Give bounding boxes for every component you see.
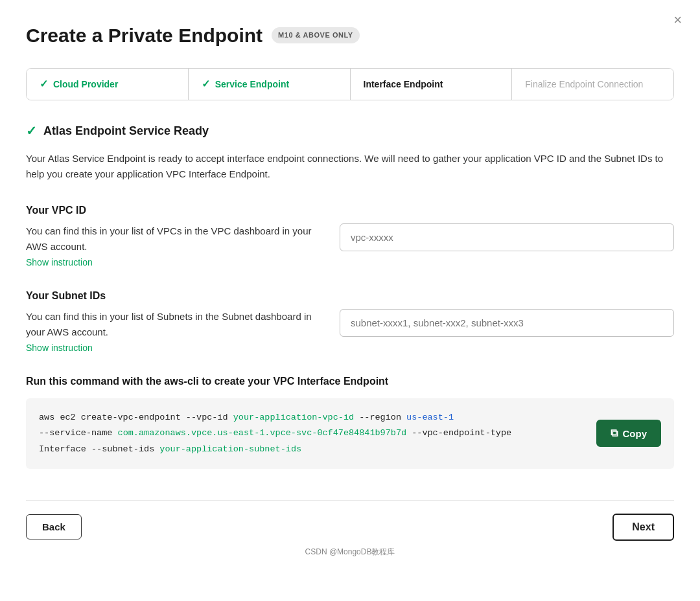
code-part-4: us-east-1 — [406, 413, 454, 422]
code-part-1: aws ec2 create-vpc-endpoint --vpc-id — [39, 413, 233, 422]
command-section: Run this command with the aws-cli to cre… — [26, 374, 674, 469]
copy-icon: ⧉ — [611, 427, 618, 439]
code-part-2: your-application-vpc-id — [233, 413, 354, 422]
step-finalize[interactable]: Finalize Endpoint Connection — [512, 69, 673, 100]
command-title: Run this command with the aws-cli to cre… — [26, 374, 674, 389]
vpc-id-row: You can find this in your list of VPCs i… — [26, 223, 674, 267]
subnet-show-instruction-button[interactable]: Show instruction — [26, 343, 93, 353]
page-title: Create a Private Endpoint — [26, 21, 262, 50]
vpc-show-instruction-button[interactable]: Show instruction — [26, 257, 93, 267]
vpc-id-input[interactable] — [340, 223, 674, 251]
step-label-3: Interface Endpoint — [364, 78, 443, 91]
subnet-ids-label: Your Subnet IDs — [26, 288, 674, 304]
watermark: CSDN @MongoDB教程库 — [26, 546, 674, 558]
intro-text: Your Atlas Service Endpoint is ready to … — [26, 151, 674, 182]
modal-container: × Create a Private Endpoint M10 & ABOVE … — [0, 0, 700, 601]
vpc-id-label: Your VPC ID — [26, 203, 674, 218]
step-cloud-provider[interactable]: ✓ Cloud Provider — [27, 69, 189, 100]
vpc-id-section: Your VPC ID You can find this in your li… — [26, 203, 674, 267]
step-label-4: Finalize Endpoint Connection — [525, 78, 643, 91]
step-label-2: Service Endpoint — [215, 78, 289, 91]
footer: Back Next — [26, 500, 674, 541]
next-button[interactable]: Next — [612, 514, 674, 541]
subnet-ids-input-wrap — [340, 309, 674, 337]
check-icon-1: ✓ — [40, 76, 48, 92]
command-code: aws ec2 create-vpc-endpoint --vpc-id you… — [39, 410, 586, 457]
title-row: Create a Private Endpoint M10 & ABOVE ON… — [26, 21, 674, 50]
vpc-id-description: You can find this in your list of VPCs i… — [26, 223, 324, 267]
copy-label: Copy — [623, 428, 648, 439]
code-part-5: --service-name — [39, 428, 118, 438]
subnet-ids-row: You can find this in your list of Subnet… — [26, 309, 674, 353]
back-button[interactable]: Back — [26, 514, 82, 539]
stepper: ✓ Cloud Provider ✓ Service Endpoint Inte… — [26, 68, 674, 100]
code-part-6: com.amazonaws.vpce.us-east-1.vpce-svc-0c… — [118, 428, 407, 438]
step-interface-endpoint[interactable]: Interface Endpoint — [351, 69, 513, 100]
ready-check-icon: ✓ — [26, 121, 37, 141]
subnet-ids-section: Your Subnet IDs You can find this in you… — [26, 288, 674, 353]
code-part-3: --region — [354, 413, 406, 422]
step-label-1: Cloud Provider — [53, 78, 118, 91]
subnet-ids-input[interactable] — [340, 309, 674, 337]
code-part-8: your-application-subnet-ids — [159, 444, 301, 454]
ready-section: ✓ Atlas Endpoint Service Ready — [26, 121, 674, 141]
subnet-ids-description: You can find this in your list of Subnet… — [26, 309, 324, 353]
check-icon-2: ✓ — [202, 76, 210, 92]
copy-button[interactable]: ⧉ Copy — [596, 420, 662, 447]
ready-title: Atlas Endpoint Service Ready — [43, 122, 209, 140]
command-box: aws ec2 create-vpc-endpoint --vpc-id you… — [26, 398, 674, 469]
vpc-id-input-wrap — [340, 223, 674, 251]
step-service-endpoint[interactable]: ✓ Service Endpoint — [189, 69, 351, 100]
close-button[interactable]: × — [673, 13, 682, 27]
tier-badge: M10 & ABOVE ONLY — [272, 27, 360, 43]
